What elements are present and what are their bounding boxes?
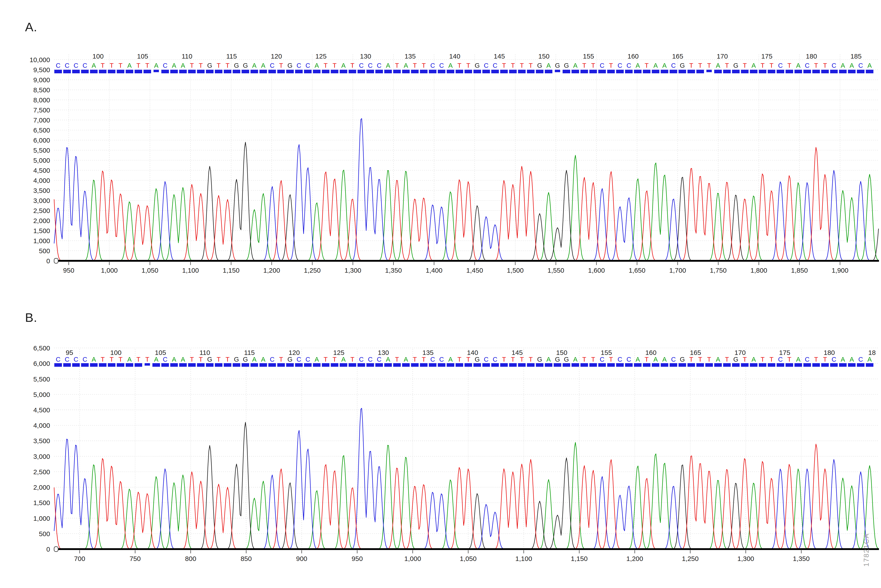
svg-text:A: A	[315, 356, 319, 363]
svg-text:A: A	[850, 356, 854, 363]
svg-text:T: T	[279, 356, 283, 363]
svg-text:T: T	[502, 356, 506, 363]
svg-text:C: C	[368, 356, 373, 363]
svg-text:T: T	[770, 356, 773, 363]
svg-text:C: C	[493, 356, 497, 363]
svg-text:1,200: 1,200	[263, 267, 280, 274]
svg-text:130: 130	[360, 52, 371, 60]
svg-text:G: G	[475, 356, 480, 363]
svg-text:1,650: 1,650	[629, 267, 645, 274]
svg-text:G: G	[555, 62, 560, 69]
svg-text:1,100: 1,100	[515, 555, 532, 562]
svg-text:4,500: 4,500	[33, 406, 50, 414]
svg-text:950: 950	[352, 555, 363, 562]
svg-text:2,000: 2,000	[33, 484, 50, 491]
svg-text:115: 115	[226, 52, 237, 60]
svg-text:1,100: 1,100	[182, 267, 199, 274]
svg-text:4,000: 4,000	[33, 422, 50, 429]
svg-text:9,500: 9,500	[33, 66, 50, 74]
svg-text:T: T	[529, 356, 533, 363]
svg-text:10,000: 10,000	[30, 56, 50, 63]
svg-text:T: T	[689, 62, 693, 69]
svg-text:1,550: 1,550	[548, 267, 564, 274]
svg-text:T: T	[279, 62, 283, 69]
svg-text:T: T	[225, 356, 230, 363]
svg-text:T: T	[422, 62, 426, 69]
svg-text:T: T	[823, 356, 827, 363]
svg-text:T: T	[351, 356, 354, 363]
svg-text:G: G	[243, 356, 248, 363]
svg-text:C: C	[618, 356, 622, 363]
svg-text:C: C	[493, 62, 497, 69]
svg-text:A: A	[573, 62, 578, 69]
svg-text:T: T	[689, 356, 693, 363]
panel-b-chromatogram-plot: 6,5006,0005,5005,0004,5004,0003,5003,000…	[0, 340, 879, 566]
svg-text:A: A	[404, 356, 408, 363]
svg-text:T: T	[199, 356, 203, 363]
svg-text:145: 145	[494, 52, 505, 60]
svg-text:T: T	[225, 62, 230, 69]
svg-text:180: 180	[824, 349, 835, 356]
svg-text:T: T	[698, 356, 702, 363]
svg-text:T: T	[333, 356, 337, 363]
svg-text:T: T	[190, 62, 194, 69]
svg-text:T: T	[119, 356, 123, 363]
svg-text:2,500: 2,500	[33, 468, 50, 476]
svg-text:1,000: 1,000	[404, 555, 421, 562]
svg-text:140: 140	[449, 52, 460, 60]
svg-text:A: A	[252, 62, 257, 69]
svg-text:G: G	[207, 356, 212, 363]
svg-text:G: G	[288, 62, 293, 69]
svg-text:G: G	[680, 62, 685, 69]
svg-text:A: A	[662, 62, 667, 69]
svg-text:T: T	[707, 356, 711, 363]
svg-text:C: C	[430, 62, 435, 69]
svg-text:A: A	[252, 356, 257, 363]
svg-text:C: C	[65, 356, 69, 363]
svg-text:9,000: 9,000	[33, 76, 50, 84]
svg-text:A: A	[752, 356, 756, 363]
svg-text:8,500: 8,500	[33, 86, 50, 94]
svg-text:A: A	[546, 62, 551, 69]
svg-text:C: C	[74, 62, 78, 69]
svg-text:C: C	[600, 356, 605, 363]
svg-text:110: 110	[200, 349, 210, 356]
svg-text:1,150: 1,150	[223, 267, 239, 274]
svg-text:1,250: 1,250	[682, 555, 699, 562]
svg-text:150: 150	[556, 349, 567, 356]
svg-text:185: 185	[850, 52, 861, 60]
svg-text:A: A	[867, 356, 872, 363]
svg-text:1,500: 1,500	[33, 499, 50, 506]
svg-text:T: T	[770, 62, 773, 69]
svg-text:1,700: 1,700	[669, 267, 686, 274]
svg-text:G: G	[207, 62, 212, 69]
svg-text:A: A	[386, 62, 390, 69]
svg-text:T: T	[645, 356, 649, 363]
svg-text:3,500: 3,500	[33, 187, 50, 194]
svg-text:A: A	[127, 62, 132, 69]
svg-text:C: C	[74, 356, 78, 363]
svg-text:A: A	[546, 356, 551, 363]
svg-text:T: T	[761, 62, 764, 69]
svg-text:C: C	[805, 356, 809, 363]
svg-text:T: T	[698, 62, 702, 69]
svg-text:A: A	[841, 356, 845, 363]
svg-text:A: A	[154, 62, 159, 69]
svg-text:A: A	[841, 62, 845, 69]
svg-text:C: C	[56, 62, 61, 69]
svg-text:G: G	[555, 356, 560, 363]
svg-text:C: C	[618, 62, 622, 69]
svg-text:T: T	[761, 356, 764, 363]
svg-text:145: 145	[512, 349, 523, 356]
svg-text:A: A	[796, 356, 800, 363]
svg-text:T: T	[217, 356, 221, 363]
svg-text:A: A	[653, 62, 658, 69]
svg-text:95: 95	[66, 349, 73, 356]
svg-text:C: C	[484, 356, 488, 363]
svg-text:150: 150	[538, 52, 549, 60]
svg-text:T: T	[145, 62, 149, 69]
svg-text:8,000: 8,000	[33, 96, 50, 104]
svg-text:2,500: 2,500	[33, 207, 50, 214]
svg-text:1,600: 1,600	[588, 267, 605, 274]
svg-text:C: C	[671, 62, 676, 69]
